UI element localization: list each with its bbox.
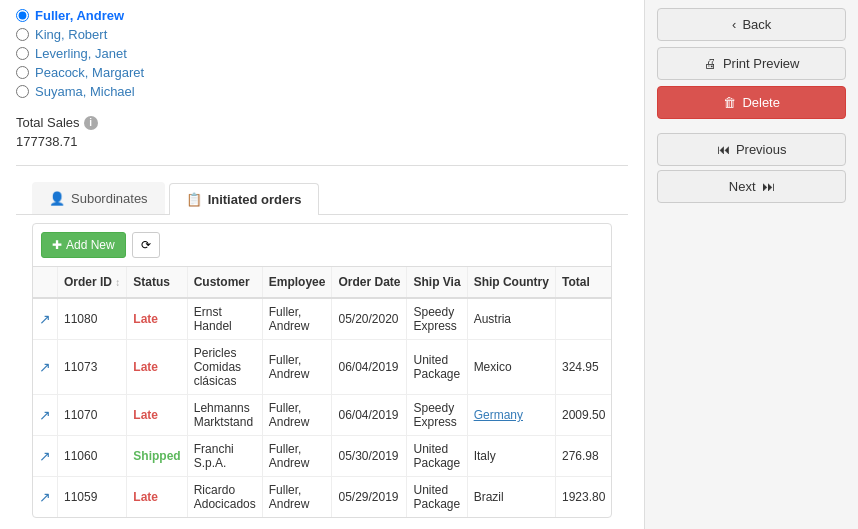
previous-button[interactable]: ⏮ Previous [657, 133, 846, 166]
ship-country-value: Italy [474, 449, 496, 463]
row-link-icon[interactable]: ↗ [39, 448, 51, 464]
order-id-cell: 11073 [58, 340, 127, 395]
ship-via-cell: Speedy Express [407, 395, 467, 436]
col-order-id[interactable]: Order ID ↕ [58, 267, 127, 298]
col-status[interactable]: Status [127, 267, 187, 298]
list-item[interactable]: Suyama, Michael [16, 84, 628, 99]
employee-link[interactable]: Suyama, Michael [35, 84, 135, 99]
order-date-cell: 05/30/2019 [332, 436, 407, 477]
employee-link[interactable]: Fuller, Andrew [35, 8, 124, 23]
col-order-date[interactable]: Order Date [332, 267, 407, 298]
previous-icon: ⏮ [717, 142, 730, 157]
back-chevron-icon: ‹ [732, 17, 736, 32]
col-actions [33, 267, 58, 298]
refresh-button[interactable]: ⟳ [132, 232, 160, 258]
tab-initiated-orders-label: Initiated orders [208, 192, 302, 207]
row-link-cell[interactable]: ↗ [33, 436, 58, 477]
employee-section: Fuller, Andrew King, Robert Leverling, J… [0, 0, 644, 529]
employee-radio[interactable] [16, 9, 29, 22]
add-icon: ✚ [52, 238, 62, 252]
ship-country-cell: Brazil [467, 477, 555, 518]
employee-link[interactable]: Peacock, Margaret [35, 65, 144, 80]
tabs-bar: 👤 Subordinates 📋 Initiated orders [16, 182, 628, 215]
col-customer[interactable]: Customer [187, 267, 262, 298]
back-button[interactable]: ‹ Back [657, 8, 846, 41]
row-link-cell[interactable]: ↗ [33, 298, 58, 340]
customer-cell: Ernst Handel [187, 298, 262, 340]
employee-link[interactable]: King, Robert [35, 27, 107, 42]
divider [16, 165, 628, 166]
col-employee[interactable]: Employee [262, 267, 332, 298]
col-ship-via[interactable]: Ship Via [407, 267, 467, 298]
order-id-cell: 11070 [58, 395, 127, 436]
main-container: Fuller, Andrew King, Robert Leverling, J… [0, 0, 858, 529]
ship-via-cell: United Package [407, 477, 467, 518]
employee-cell: Fuller, Andrew [262, 436, 332, 477]
list-item[interactable]: King, Robert [16, 27, 628, 42]
table-header-row: Order ID ↕ Status Customer Employee Orde… [33, 267, 611, 298]
ship-country-cell: Austria [467, 298, 555, 340]
customer-cell: Ricardo Adocicados [187, 477, 262, 518]
row-link-icon[interactable]: ↗ [39, 359, 51, 375]
ship-country-cell: Germany [467, 395, 555, 436]
order-id-cell: 11080 [58, 298, 127, 340]
employee-link[interactable]: Leverling, Janet [35, 46, 127, 61]
order-date-cell: 05/29/2019 [332, 477, 407, 518]
refresh-icon: ⟳ [141, 238, 151, 252]
ship-via-cell: Speedy Express [407, 298, 467, 340]
col-total[interactable]: Total [555, 267, 611, 298]
ship-country-value[interactable]: Germany [474, 408, 523, 422]
table-row: ↗ 11073 Late Pericles Comidas clásicas F… [33, 340, 611, 395]
info-icon[interactable]: i [84, 116, 98, 130]
row-link-icon[interactable]: ↗ [39, 311, 51, 327]
row-link-cell[interactable]: ↗ [33, 340, 58, 395]
order-date-cell: 05/20/2020 [332, 298, 407, 340]
employee-radio[interactable] [16, 66, 29, 79]
employee-radio[interactable] [16, 28, 29, 41]
employee-radio[interactable] [16, 47, 29, 60]
add-new-label: Add New [66, 238, 115, 252]
table-row: ↗ 11060 Shipped Franchi S.p.A. Fuller, A… [33, 436, 611, 477]
tab-initiated-orders[interactable]: 📋 Initiated orders [169, 183, 319, 215]
total-sales-section: Total Sales i 177738.71 [16, 115, 628, 149]
subordinates-icon: 👤 [49, 191, 65, 206]
row-link-icon[interactable]: ↗ [39, 489, 51, 505]
total-cell: 2009.50 [555, 395, 611, 436]
orders-table: Order ID ↕ Status Customer Employee Orde… [33, 267, 611, 517]
customer-cell: Lehmanns Marktstand [187, 395, 262, 436]
next-button[interactable]: Next ⏭ [657, 170, 846, 203]
total-cell: 324.95 [555, 340, 611, 395]
orders-table-section: ✚ Add New ⟳ Order ID ↕ St [32, 223, 612, 518]
customer-cell: Franchi S.p.A. [187, 436, 262, 477]
status-badge: Late [133, 312, 158, 326]
total-cell: 276.98 [555, 436, 611, 477]
list-item[interactable]: Peacock, Margaret [16, 65, 628, 80]
next-label: Next [729, 179, 756, 194]
status-badge: Late [133, 490, 158, 504]
delete-button[interactable]: 🗑 Delete [657, 86, 846, 119]
row-link-cell[interactable]: ↗ [33, 395, 58, 436]
add-new-button[interactable]: ✚ Add New [41, 232, 126, 258]
status-cell: Shipped [127, 436, 187, 477]
status-badge: Late [133, 360, 158, 374]
ship-via-cell: United Package [407, 340, 467, 395]
col-ship-country[interactable]: Ship Country [467, 267, 555, 298]
status-badge: Late [133, 408, 158, 422]
row-link-cell[interactable]: ↗ [33, 477, 58, 518]
table-toolbar: ✚ Add New ⟳ [33, 224, 611, 267]
tab-subordinates[interactable]: 👤 Subordinates [32, 182, 165, 214]
row-link-icon[interactable]: ↗ [39, 407, 51, 423]
employee-cell: Fuller, Andrew [262, 395, 332, 436]
status-cell: Late [127, 395, 187, 436]
tab-subordinates-label: Subordinates [71, 191, 148, 206]
print-preview-button[interactable]: 🖨 Print Preview [657, 47, 846, 80]
ship-country-value: Austria [474, 312, 511, 326]
list-item[interactable]: Fuller, Andrew [16, 8, 628, 23]
employee-cell: Fuller, Andrew [262, 298, 332, 340]
list-item[interactable]: Leverling, Janet [16, 46, 628, 61]
print-icon: 🖨 [704, 56, 717, 71]
employee-radio[interactable] [16, 85, 29, 98]
nav-section: ⏮ Previous Next ⏭ [657, 133, 846, 203]
ship-country-value: Brazil [474, 490, 504, 504]
ship-country-cell: Italy [467, 436, 555, 477]
